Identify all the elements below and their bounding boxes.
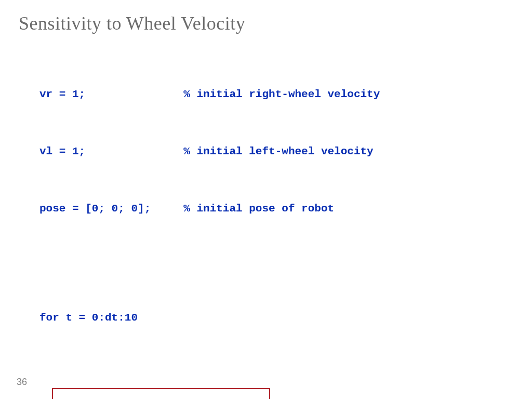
page-number: 36 xyxy=(17,377,27,388)
slide-title: Sensitivity to Wheel Velocity xyxy=(19,12,513,34)
callout-row: -move the robot one time step - see next… xyxy=(39,385,513,399)
code-line: vr = 1; % initial right-wheel velocity xyxy=(39,85,513,104)
callout-box: -move the robot one time step - see next… xyxy=(52,388,270,399)
code-line: for t = 0:dt:10 xyxy=(39,309,513,328)
code-block: vr = 1; % initial right-wheel velocity v… xyxy=(39,47,513,399)
code-line: pose = [0; 0; 0]; % initial pose of robo… xyxy=(39,200,513,219)
code-line: vl = 1; % initial left-wheel velocity xyxy=(39,142,513,162)
blank-line xyxy=(39,257,513,270)
slide: Sensitivity to Wheel Velocity vr = 1; % … xyxy=(0,0,532,399)
